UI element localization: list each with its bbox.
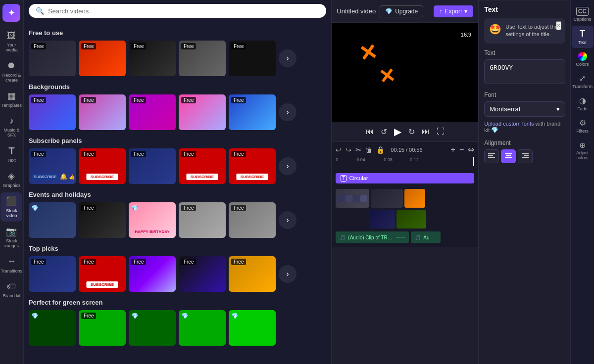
video-thumb[interactable]: Free	[29, 256, 76, 292]
video-thumb[interactable]: Free	[129, 256, 176, 292]
align-left-button[interactable]	[484, 149, 499, 163]
font-selector[interactable]: Montserrat ▾	[484, 101, 565, 117]
video-thumb[interactable]: Free	[129, 94, 176, 130]
more-subscribe-btn[interactable]: ›	[279, 157, 297, 175]
search-icon: 🔍	[36, 7, 44, 15]
video-thumb[interactable]: FreeSUBSCRIBE	[79, 256, 126, 292]
export-button[interactable]: ↑ Export ▾	[434, 5, 474, 17]
right-main-content: Text 🤩 Use Text to adjust the settings o…	[479, 0, 570, 364]
sidebar-item-stock-images[interactable]: 📷 Stock images	[0, 223, 22, 252]
undo-button[interactable]: ↩	[336, 146, 342, 154]
sidebar-item-text[interactable]: T Text	[0, 142, 22, 166]
skip-forward-button[interactable]: ⏭	[422, 127, 430, 136]
video-thumb[interactable]: Free	[79, 310, 126, 346]
more-backgrounds-btn[interactable]: ›	[279, 103, 297, 121]
video-thumb[interactable]: Free	[129, 148, 176, 184]
delete-button[interactable]: 🗑	[365, 146, 372, 154]
adjust-colors-icon: ⊕	[579, 140, 586, 150]
record-create-icon: ⏺	[5, 60, 17, 72]
fullscreen-button[interactable]: ⛶	[437, 127, 445, 136]
video-thumb[interactable]: 💎	[29, 202, 76, 238]
video-thumb[interactable]: Free	[79, 94, 126, 130]
tab-text[interactable]: T Text	[572, 26, 594, 48]
section-top-picks-grid: Free FreeSUBSCRIBE Free Free Free ›	[29, 256, 326, 292]
fit-timeline-button[interactable]: ⇔	[468, 145, 474, 154]
video-thumb[interactable]: Free	[179, 202, 226, 238]
align-center-button[interactable]	[501, 149, 516, 163]
video-thumb[interactable]: FreeSUBSCRIBE	[79, 148, 126, 184]
video-clip-2[interactable]	[371, 189, 403, 208]
sidebar-item-your-media[interactable]: 🖼 Your media	[0, 27, 22, 56]
more-free-btn[interactable]: ›	[279, 49, 297, 67]
align-right-button[interactable]	[518, 149, 533, 163]
more-events-btn[interactable]: ›	[279, 211, 297, 229]
video-thumb[interactable]: 💎	[229, 310, 276, 346]
video-thumb[interactable]: Free	[229, 41, 276, 76]
audio-track-2[interactable]: 🎵 Au	[411, 231, 441, 243]
sidebar-item-graphics[interactable]: ◈ Graphics	[0, 167, 22, 191]
search-input-wrap[interactable]: 🔍	[29, 4, 326, 18]
upload-fonts-link[interactable]: Upload custom fonts	[484, 121, 534, 127]
video-thumb[interactable]: Free	[179, 41, 226, 76]
tab-adjust-colors[interactable]: ⊕ Adjust colors	[572, 137, 594, 164]
video-clip-5[interactable]	[396, 210, 426, 228]
video-thumb[interactable]: FreeSUBSCRIBE	[179, 148, 226, 184]
zoom-out-button[interactable]: −	[459, 145, 464, 154]
sidebar-item-stock-video[interactable]: ⬛ Stock video	[0, 192, 22, 222]
cut-button[interactable]: ✂	[355, 146, 361, 154]
section-free-grid: Free Free Free Free Free ›	[29, 41, 326, 76]
lock-button[interactable]: 🔒	[376, 146, 385, 154]
video-thumb[interactable]: Free	[29, 94, 76, 130]
video-thumb[interactable]: FreeSUBSCRIBE🔔👍	[29, 148, 76, 184]
video-clip-3[interactable]	[404, 189, 425, 208]
video-thumb[interactable]: FreeSUBSCRIBE	[229, 148, 276, 184]
tab-filters[interactable]: ⚙ Filters	[572, 115, 594, 136]
tab-transform[interactable]: ⤢ Transform	[572, 71, 594, 92]
fast-forward-button[interactable]: ↻	[408, 127, 415, 136]
video-thumb[interactable]: Free	[229, 94, 276, 130]
more-top-picks-btn[interactable]: ›	[279, 265, 297, 283]
rewind-button[interactable]: ↺	[381, 127, 387, 136]
upgrade-button[interactable]: 💎 Upgrade	[380, 5, 423, 17]
tab-fade[interactable]: ◑ Fade	[572, 93, 594, 114]
redo-button[interactable]: ↪	[346, 146, 351, 154]
video-thumb[interactable]: 💎	[179, 310, 226, 346]
video-thumb[interactable]: 💎	[129, 310, 176, 346]
video-clip-1[interactable]	[336, 189, 369, 208]
section-title-top-picks: Top picks	[29, 245, 326, 252]
zoom-in-button[interactable]: +	[451, 145, 455, 154]
sidebar-item-transitions[interactable]: ↔ Transitions	[0, 253, 22, 277]
waveform-icon: ~~~~	[396, 235, 405, 240]
tab-colors[interactable]: Colors	[572, 49, 594, 70]
top-bar: Untitled video 💎 Upgrade ↑ Export ▾	[332, 0, 478, 23]
sidebar-item-brand-kit[interactable]: 🏷 Brand kit	[0, 277, 22, 302]
video-thumb[interactable]: 💎HAPPY BIRTHDAY	[129, 202, 176, 238]
tab-captions[interactable]: CC Captions	[572, 4, 594, 25]
video-thumb[interactable]: Free	[79, 41, 126, 76]
video-thumb[interactable]: Free	[29, 41, 76, 76]
video-thumb[interactable]: Free	[129, 41, 176, 76]
search-input[interactable]	[48, 7, 319, 15]
audio-track-1[interactable]: 🎵 (Audio) Clip of TRP test 01 ~~~~	[336, 231, 409, 243]
audio-icon: 🎵	[340, 235, 346, 240]
sidebar-item-record-create[interactable]: ⏺ Record & create	[0, 57, 22, 86]
tooltip-close-button[interactable]: ×	[556, 21, 561, 30]
your-media-icon: 🖼	[5, 30, 17, 42]
chevron-down-icon: ▾	[464, 8, 467, 15]
video-preview: 16:9 ✕ ✕	[332, 23, 478, 122]
svg-rect-4	[506, 155, 511, 156]
video-thumb[interactable]: Free	[229, 256, 276, 292]
skip-back-button[interactable]: ⏮	[366, 127, 374, 136]
video-thumb[interactable]: Free	[179, 256, 226, 292]
sidebar-item-templates[interactable]: ▦ Templates	[0, 87, 22, 111]
text-value-input[interactable]: GROOVY	[484, 59, 565, 84]
play-button[interactable]: ▶	[394, 126, 401, 137]
video-thumb[interactable]: Free	[179, 94, 226, 130]
sidebar-item-music-sfx[interactable]: ♪ Music & SFX	[0, 112, 22, 141]
video-thumb[interactable]: Free	[229, 202, 276, 238]
video-clip-4[interactable]	[370, 210, 395, 228]
circular-track[interactable]: T Circular	[336, 173, 474, 183]
video-thumb[interactable]: 💎	[29, 310, 76, 346]
video-thumb[interactable]: Free	[79, 202, 126, 238]
alignment-label: Alignment	[484, 139, 565, 146]
